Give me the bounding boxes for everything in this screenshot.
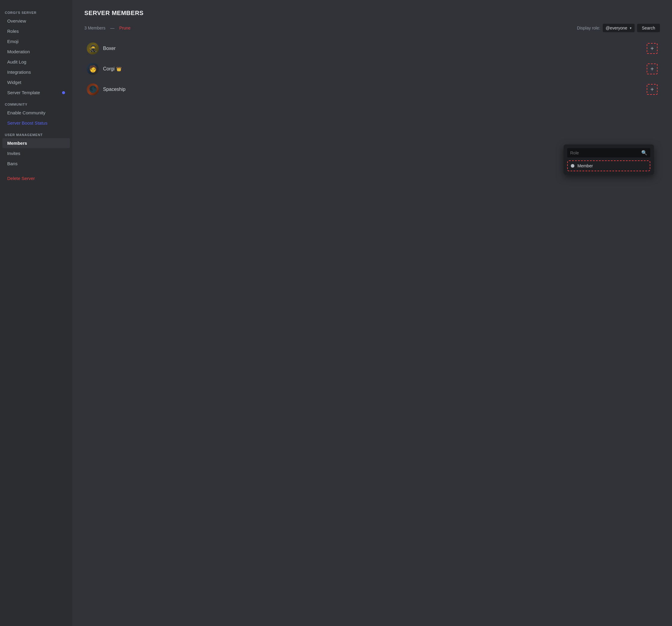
display-role-label: Display role: bbox=[577, 26, 600, 30]
role-select[interactable]: @everyone bbox=[603, 24, 635, 32]
user-management-section-label: USER MANAGEMENT bbox=[0, 128, 72, 138]
sidebar-item-delete-server[interactable]: Delete Server bbox=[2, 173, 70, 183]
sidebar-item-label: Integrations bbox=[7, 70, 31, 75]
role-select-wrapper: @everyone bbox=[603, 24, 635, 32]
page-title: SERVER MEMBERS bbox=[85, 10, 660, 17]
avatar: 🥷 bbox=[87, 43, 99, 54]
sidebar: CORGI'S SERVER Overview Roles Emoji Mode… bbox=[0, 0, 72, 626]
avatar: 🧑 bbox=[87, 63, 99, 75]
add-role-button[interactable]: + bbox=[647, 84, 657, 95]
sidebar-item-label: Widget bbox=[7, 80, 21, 85]
sidebar-item-roles[interactable]: Roles bbox=[2, 26, 70, 36]
sidebar-item-server-template[interactable]: Server Template bbox=[2, 87, 70, 98]
sidebar-item-widget[interactable]: Widget bbox=[2, 77, 70, 87]
search-button[interactable]: Search bbox=[637, 24, 660, 32]
crown-icon: 👑 bbox=[116, 67, 121, 71]
role-option-member[interactable]: Member bbox=[567, 160, 650, 171]
sidebar-item-overview[interactable]: Overview bbox=[2, 16, 70, 26]
community-section-label: COMMUNITY bbox=[0, 98, 72, 107]
sidebar-item-integrations[interactable]: Integrations bbox=[2, 67, 70, 77]
role-color-dot bbox=[571, 164, 574, 168]
members-count: 3 Members bbox=[85, 26, 105, 30]
sidebar-item-label: Emoji bbox=[7, 39, 19, 44]
table-row: 🧑 Corgi 👑 + bbox=[85, 60, 660, 78]
sidebar-item-label: Overview bbox=[7, 18, 26, 23]
sidebar-item-label: Audit Log bbox=[7, 59, 26, 65]
members-list: 🥷 Boxer + 🧑 Corgi 👑 + 🌑 bbox=[85, 40, 660, 98]
sidebar-item-members[interactable]: Members bbox=[2, 138, 70, 148]
role-search-row: 🔍 bbox=[567, 148, 650, 157]
member-name: Spaceship bbox=[103, 87, 126, 92]
sidebar-item-invites[interactable]: Invites bbox=[2, 148, 70, 158]
add-role-button[interactable]: + bbox=[647, 43, 657, 54]
sidebar-item-enable-community[interactable]: Enable Community bbox=[2, 108, 70, 118]
sidebar-item-label: Invites bbox=[7, 151, 20, 156]
sidebar-item-server-boost-status[interactable]: Server Boost Status bbox=[2, 118, 70, 128]
sidebar-item-audit-log[interactable]: Audit Log bbox=[2, 57, 70, 67]
plus-icon: + bbox=[650, 46, 654, 51]
sidebar-item-label: Server Boost Status bbox=[7, 120, 47, 125]
sidebar-item-label: Enable Community bbox=[7, 110, 46, 115]
table-row: 🥷 Boxer + bbox=[85, 40, 660, 57]
sidebar-item-label: Members bbox=[7, 141, 27, 146]
role-option-name: Member bbox=[577, 164, 593, 168]
meta-separator: — bbox=[110, 26, 115, 30]
display-role-section: Display role: @everyone Search bbox=[577, 24, 660, 32]
sidebar-item-label: Server Template bbox=[7, 90, 40, 95]
notification-dot bbox=[62, 91, 65, 94]
search-icon: 🔍 bbox=[641, 150, 647, 156]
sidebar-item-label: Moderation bbox=[7, 49, 30, 54]
add-role-button[interactable]: + bbox=[647, 64, 657, 74]
server-section-label: CORGI'S SERVER bbox=[0, 6, 72, 16]
plus-icon: + bbox=[650, 86, 654, 92]
table-row: 🌑 Spaceship + bbox=[85, 80, 660, 98]
role-dropdown-popup: 🔍 Member bbox=[563, 145, 654, 175]
main-content: SERVER MEMBERS 3 Members — Prune Display… bbox=[72, 0, 672, 626]
sidebar-item-label: Roles bbox=[7, 29, 19, 34]
plus-icon: + bbox=[650, 66, 654, 72]
sidebar-item-bans[interactable]: Bans bbox=[2, 158, 70, 169]
sidebar-item-label: Delete Server bbox=[7, 176, 35, 181]
sidebar-item-emoji[interactable]: Emoji bbox=[2, 36, 70, 46]
role-search-input[interactable] bbox=[570, 150, 639, 155]
member-name: Corgi 👑 bbox=[103, 66, 121, 72]
avatar: 🌑 bbox=[87, 83, 99, 95]
sidebar-item-moderation[interactable]: Moderation bbox=[2, 47, 70, 56]
sidebar-item-label: Bans bbox=[7, 161, 18, 166]
prune-link[interactable]: Prune bbox=[119, 26, 130, 30]
members-meta: 3 Members — Prune Display role: @everyon… bbox=[85, 24, 660, 32]
member-name: Boxer bbox=[103, 46, 116, 51]
